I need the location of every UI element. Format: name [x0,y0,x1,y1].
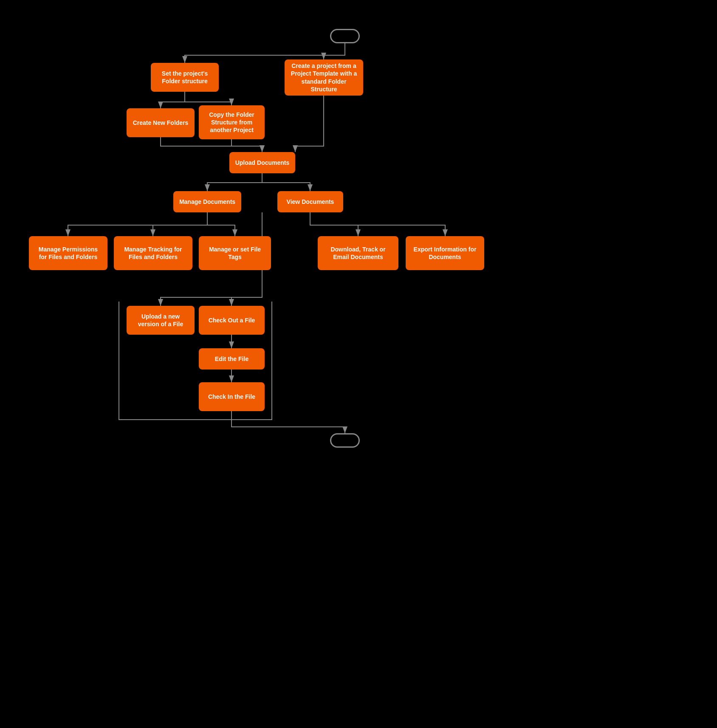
create-template-node[interactable]: Create a project from a Project Template… [285,59,363,96]
upload-docs-node[interactable]: Upload Documents [229,152,295,173]
manage-tags-node[interactable]: Manage or set File Tags [199,236,271,270]
manage-perms-node[interactable]: Manage Permissions for Files and Folders [29,236,107,270]
flowchart-diagram: Set the project's Folder structure Creat… [0,0,717,728]
checkin-node[interactable]: Check In the File [199,382,265,411]
copy-folder-node[interactable]: Copy the Folder Structure from another P… [199,105,265,139]
upload-version-node[interactable]: Upload a new version of a File [127,306,195,335]
view-docs-node[interactable]: View Documents [277,191,343,212]
connectors-svg [0,0,717,728]
start-terminal [330,29,360,43]
checkout-node[interactable]: Check Out a File [199,306,265,335]
edit-file-node[interactable]: Edit the File [199,348,265,370]
download-track-node[interactable]: Download, Track or Email Documents [318,236,398,270]
manage-docs-node[interactable]: Manage Documents [173,191,241,212]
end-terminal [330,433,360,448]
set-folder-node[interactable]: Set the project's Folder structure [151,63,219,92]
manage-tracking-node[interactable]: Manage Tracking for Files and Folders [114,236,192,270]
create-folders-node[interactable]: Create New Folders [127,108,195,137]
export-info-node[interactable]: Export Information for Documents [406,236,484,270]
